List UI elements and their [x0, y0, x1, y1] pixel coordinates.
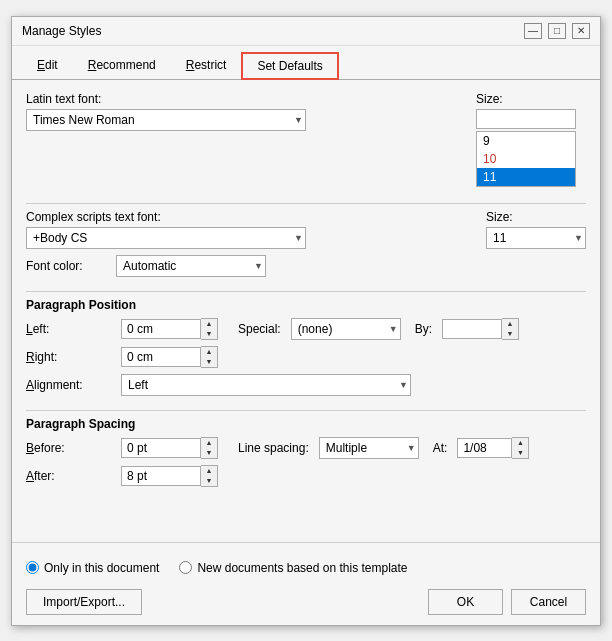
- left-input-group: ▲ ▼: [121, 318, 218, 340]
- radio-only-doc-label: Only in this document: [44, 561, 159, 575]
- complex-font-select-wrapper: +Body CS ▼: [26, 227, 306, 249]
- left-label: Left:: [26, 322, 111, 336]
- tab-edit[interactable]: Edit: [22, 52, 73, 79]
- at-spin-down[interactable]: ▼: [512, 448, 528, 458]
- by-input[interactable]: [442, 319, 502, 339]
- minimize-button[interactable]: —: [524, 23, 542, 39]
- close-button[interactable]: ✕: [572, 23, 590, 39]
- before-input[interactable]: [121, 438, 201, 458]
- para-pos-row2: Right: ▲ ▼: [26, 346, 586, 368]
- before-input-group: ▲ ▼: [121, 437, 218, 459]
- special-select-wrapper: (none) ▼: [291, 318, 401, 340]
- radio-new-docs-label: New documents based on this template: [197, 561, 407, 575]
- right-label: Right:: [26, 350, 111, 364]
- complex-font-section: Complex scripts text font: +Body CS ▼ Si…: [26, 210, 586, 249]
- complex-font-label: Complex scripts text font:: [26, 210, 476, 224]
- size-label: Size:: [476, 92, 586, 106]
- radio-row: Only in this document New documents base…: [12, 553, 600, 583]
- at-label: At:: [433, 441, 448, 455]
- after-label: After:: [26, 469, 111, 483]
- font-color-select-wrapper: Automatic ▼: [116, 255, 266, 277]
- by-spin-down[interactable]: ▼: [502, 329, 518, 339]
- bottom-section: Only in this document New documents base…: [12, 542, 600, 625]
- by-spin-up[interactable]: ▲: [502, 319, 518, 329]
- tab-bar: Edit Recommend Restrict Set Defaults: [12, 46, 600, 80]
- right-spin-up[interactable]: ▲: [201, 347, 217, 357]
- complex-font-group: Complex scripts text font: +Body CS ▼: [26, 210, 476, 249]
- left-spin-up[interactable]: ▲: [201, 319, 217, 329]
- radio-new-docs[interactable]: New documents based on this template: [179, 561, 407, 575]
- font-color-select[interactable]: Automatic: [116, 255, 266, 277]
- window-controls: — □ ✕: [524, 23, 590, 39]
- button-row: Import/Export... OK Cancel: [12, 583, 600, 625]
- left-spinner: ▲ ▼: [201, 318, 218, 340]
- special-select[interactable]: (none): [291, 318, 401, 340]
- size-list-item-9[interactable]: 9: [477, 132, 575, 150]
- line-spacing-select-wrapper: Multiple ▼: [319, 437, 419, 459]
- by-label: By:: [415, 322, 432, 336]
- import-export-button[interactable]: Import/Export...: [26, 589, 142, 615]
- line-spacing-select[interactable]: Multiple: [319, 437, 419, 459]
- title-bar: Manage Styles — □ ✕: [12, 17, 600, 46]
- latin-font-section: Latin text font: Times New Roman ▼ Size:…: [26, 92, 586, 187]
- at-spin-up[interactable]: ▲: [512, 438, 528, 448]
- line-spacing-label: Line spacing:: [238, 441, 309, 455]
- para-position-heading: Paragraph Position: [26, 298, 586, 312]
- dialog-content: Latin text font: Times New Roman ▼ Size:…: [12, 80, 600, 542]
- after-input[interactable]: [121, 466, 201, 486]
- tab-set-defaults-label: Set Defaults: [257, 59, 322, 73]
- ok-button[interactable]: OK: [428, 589, 503, 615]
- right-input-group: ▲ ▼: [121, 346, 218, 368]
- before-label: Before:: [26, 441, 111, 455]
- special-label: Special:: [238, 322, 281, 336]
- size-list-item-11[interactable]: 11: [477, 168, 575, 186]
- para-spacing-row1: Before: ▲ ▼ Line spacing: Multiple ▼ At:…: [26, 437, 586, 459]
- alignment-label: Alignment:: [26, 378, 111, 392]
- manage-styles-dialog: Manage Styles — □ ✕ Edit Recommend Restr…: [11, 16, 601, 626]
- after-spin-up[interactable]: ▲: [201, 466, 217, 476]
- latin-font-select[interactable]: Times New Roman: [26, 109, 306, 131]
- font-color-row: Font color: Automatic ▼: [26, 255, 586, 277]
- maximize-button[interactable]: □: [548, 23, 566, 39]
- size-input[interactable]: 11: [476, 109, 576, 129]
- latin-font-label: Latin text font:: [26, 92, 466, 106]
- ok-cancel-group: OK Cancel: [428, 589, 586, 615]
- after-input-group: ▲ ▼: [121, 465, 218, 487]
- para-spacing-heading: Paragraph Spacing: [26, 417, 586, 431]
- before-spin-down[interactable]: ▼: [201, 448, 217, 458]
- size-listbox: 9 10 11: [476, 131, 576, 187]
- radio-only-doc-input[interactable]: [26, 561, 39, 574]
- para-pos-row1: Left: ▲ ▼ Special: (none) ▼ By: ▲: [26, 318, 586, 340]
- tab-recommend[interactable]: Recommend: [73, 52, 171, 79]
- after-spin-down[interactable]: ▼: [201, 476, 217, 486]
- complex-font-select[interactable]: +Body CS: [26, 227, 306, 249]
- cancel-button[interactable]: Cancel: [511, 589, 586, 615]
- radio-new-docs-input[interactable]: [179, 561, 192, 574]
- left-input[interactable]: [121, 319, 201, 339]
- radio-only-doc[interactable]: Only in this document: [26, 561, 159, 575]
- alignment-select-wrapper: Left ▼: [121, 374, 411, 396]
- latin-font-select-wrapper: Times New Roman ▼: [26, 109, 306, 131]
- size-group: Size: 11 9 10 11: [476, 92, 586, 187]
- para-spacing-row2: After: ▲ ▼: [26, 465, 586, 487]
- at-spinner: ▲ ▼: [512, 437, 529, 459]
- font-color-label: Font color:: [26, 259, 106, 273]
- at-input[interactable]: [457, 438, 512, 458]
- before-spin-up[interactable]: ▲: [201, 438, 217, 448]
- by-input-group: ▲ ▼: [442, 318, 519, 340]
- size2-group: Size: 11 ▼: [486, 210, 586, 249]
- at-input-group: ▲ ▼: [457, 437, 529, 459]
- size2-select[interactable]: 11: [486, 227, 586, 249]
- left-spin-down[interactable]: ▼: [201, 329, 217, 339]
- alignment-select[interactable]: Left: [121, 374, 411, 396]
- right-spinner: ▲ ▼: [201, 346, 218, 368]
- size-list-item-10[interactable]: 10: [477, 150, 575, 168]
- tab-restrict[interactable]: Restrict: [171, 52, 242, 79]
- tab-set-defaults[interactable]: Set Defaults: [241, 52, 338, 80]
- right-input[interactable]: [121, 347, 201, 367]
- divider-3: [26, 410, 586, 411]
- divider-1: [26, 203, 586, 204]
- before-spinner: ▲ ▼: [201, 437, 218, 459]
- size2-label: Size:: [486, 210, 586, 224]
- right-spin-down[interactable]: ▼: [201, 357, 217, 367]
